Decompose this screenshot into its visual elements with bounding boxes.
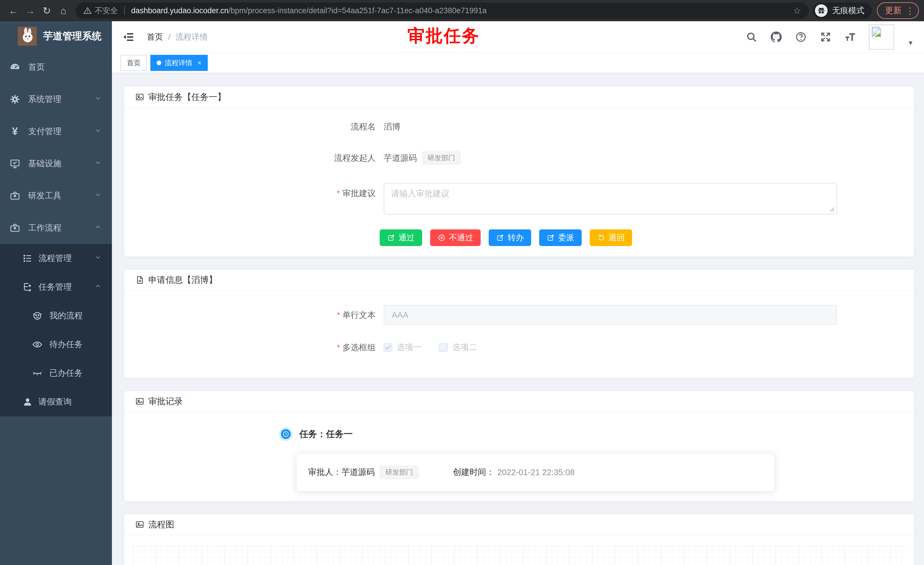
sidebar-item-label: 我的流程 (50, 310, 82, 322)
sidebar-item-label: 流程管理 (39, 252, 72, 264)
edit-icon (547, 234, 555, 242)
screen: ← → ↻ ⌂ 不安全 dashboard.yudao.iocoder.cn /… (0, 0, 924, 565)
search-icon[interactable] (746, 31, 758, 43)
chevron-down-icon (94, 191, 102, 201)
card-title: 审批任务【任务一】 (148, 91, 226, 103)
checkbox-option-1[interactable]: 选项一 (384, 342, 422, 353)
field-label: 流程名 (124, 120, 384, 133)
breadcrumb-current: 流程详情 (176, 32, 208, 42)
sidebar-item-my-processes[interactable]: 我的流程 (0, 302, 112, 330)
logo-avatar (18, 27, 37, 46)
picture-icon (135, 520, 144, 529)
sidebar-item-todo-tasks[interactable]: 待办任务 (0, 330, 112, 359)
approve-button[interactable]: 通过 (380, 229, 422, 246)
chevron-up-icon (94, 223, 102, 233)
sidebar-item-home[interactable]: 首页 (0, 51, 112, 83)
sidebar-item-task-management[interactable]: 任务管理 (0, 273, 112, 302)
chevron-down-icon[interactable]: ▼ (908, 39, 914, 47)
process-diagram-card: 流程图 (124, 514, 914, 565)
sidebar-item-label: 请假查询 (39, 396, 72, 408)
avatar[interactable] (869, 24, 894, 50)
field-label: *审批建议 (124, 183, 384, 200)
annotation-overlay: 审批任务 (408, 24, 480, 48)
hamburger-icon[interactable] (122, 31, 135, 43)
picture-icon (135, 92, 144, 102)
single-line-text-input[interactable] (384, 305, 837, 325)
incognito-icon (815, 4, 828, 17)
card-header: 审批记录 (124, 391, 914, 412)
tags-view-bar: 首页 流程详情 × (112, 53, 924, 73)
approval-record-detail: 审批人： 芋道源码 研发部门 创建时间： 2022-01-21 22:35:08 (296, 453, 774, 491)
required-asterisk: * (337, 310, 340, 320)
breadcrumb-separator: / (168, 32, 171, 42)
list-icon (22, 253, 33, 264)
header-actions: ▼ (746, 24, 914, 50)
bookmark-star-icon[interactable]: ☆ (787, 5, 801, 16)
task-title: 任务：任务一 (299, 428, 352, 440)
yen-icon: ¥ (9, 125, 21, 138)
forward-icon[interactable]: → (22, 5, 39, 17)
url-path: /bpm/process-instance/detail?id=54aa251f… (228, 6, 486, 15)
card-body: 流程名 滔博 流程发起人 芋道源码 研发部门 (124, 108, 914, 256)
reload-icon[interactable]: ↻ (39, 5, 55, 17)
form-row-text: *单行文本 (124, 305, 914, 325)
sidebar-item-leave-query[interactable]: 请假查询 (0, 388, 112, 416)
suggestion-field-wrap (384, 183, 837, 216)
breadcrumb-home[interactable]: 首页 (147, 32, 163, 42)
sidebar-item-label: 工作流程 (28, 222, 62, 234)
picture-icon (135, 397, 144, 406)
checkbox-option-2[interactable]: 选项二 (439, 342, 477, 353)
page-header: 首页 / 流程详情 审批任务 (112, 21, 924, 53)
approval-actions: 通过 不通过 转办 委 (124, 229, 914, 246)
initiator-value: 芋道源码 研发部门 (384, 151, 460, 164)
sidebar: 芋道管理系统 首页 (0, 21, 112, 565)
suggestion-textarea[interactable] (384, 183, 837, 215)
sidebar-item-payment[interactable]: ¥ 支付管理 (0, 116, 112, 147)
sidebar-item-system[interactable]: 系统管理 (0, 83, 112, 116)
sidebar-item-done-tasks[interactable]: 已办任务 (0, 359, 112, 388)
back-icon[interactable]: ← (5, 5, 22, 17)
close-icon[interactable]: × (197, 59, 201, 67)
sidebar-item-devtools[interactable]: 研发工具 (0, 180, 112, 212)
sidebar-item-label: 待办任务 (50, 339, 82, 350)
rollback-icon (597, 234, 605, 242)
field-label: *多选框组 (124, 341, 384, 354)
approver-label: 审批人： (308, 467, 342, 478)
url-bar[interactable]: 不安全 dashboard.yudao.iocoder.cn /bpm/proc… (76, 3, 808, 19)
tag-tab-process-detail[interactable]: 流程详情 × (150, 55, 208, 71)
resize-grip-icon[interactable] (829, 206, 835, 212)
dept-tag: 研发部门 (380, 466, 418, 479)
return-button[interactable]: 退回 (590, 229, 632, 246)
tag-tab-label: 流程详情 (165, 58, 192, 68)
sidebar-item-infrastructure[interactable]: 基础设施 (0, 147, 112, 180)
edit-icon (496, 234, 504, 242)
created-time-group: 创建时间： 2022-01-21 22:35:08 (453, 467, 574, 478)
form-row-process-name: 流程名 滔博 (124, 120, 914, 133)
required-asterisk: * (337, 189, 340, 198)
active-dot (157, 60, 161, 65)
delegate-button[interactable]: 委派 (539, 229, 582, 246)
transfer-button[interactable]: 转办 (489, 229, 531, 246)
font-size-icon[interactable] (844, 31, 856, 43)
card-body: 任务：任务一 审批人： 芋道源码 研发部门 创建时间： 2022-01-21 2… (124, 412, 914, 501)
breadcrumb: 首页 / 流程详情 (147, 32, 208, 42)
fullscreen-icon[interactable] (819, 31, 832, 43)
bpmn-diagram-canvas[interactable] (133, 546, 905, 565)
sidebar-item-process-management[interactable]: 流程管理 (0, 244, 112, 273)
sidebar-item-workflow[interactable]: 工作流程 (0, 212, 112, 244)
sidebar-item-label: 研发工具 (28, 190, 62, 201)
update-button[interactable]: 更新 ⋮ (877, 2, 919, 19)
github-icon[interactable] (770, 31, 782, 43)
reject-button[interactable]: 不通过 (430, 229, 481, 246)
not-secure-warning-icon (83, 6, 92, 15)
home-icon[interactable]: ⌂ (55, 5, 72, 17)
help-icon[interactable] (795, 31, 807, 43)
card-header: 申请信息【滔博】 (124, 270, 914, 290)
form-row-initiator: 流程发起人 芋道源码 研发部门 (124, 151, 914, 164)
app-title: 芋道管理系统 (43, 30, 102, 43)
tag-tab-home[interactable]: 首页 (120, 55, 147, 71)
browser-menu-icon[interactable]: ⋮ (906, 6, 914, 16)
url-domain: dashboard.yudao.iocoder.cn (131, 6, 228, 15)
app-logo[interactable]: 芋道管理系统 (0, 21, 112, 51)
created-label: 创建时间： (453, 467, 494, 478)
